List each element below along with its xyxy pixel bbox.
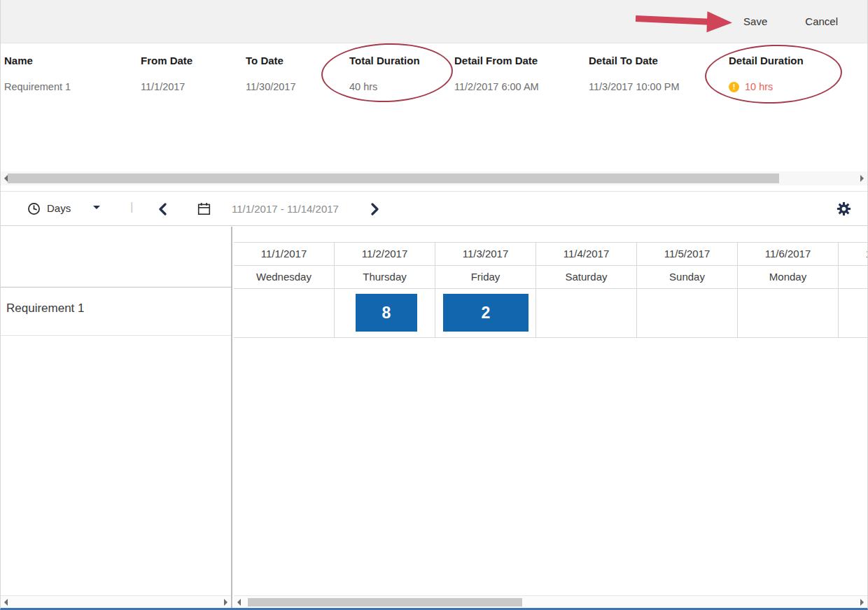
- scroll-right-arrow-icon[interactable]: [224, 599, 227, 606]
- resource-panel-scrollbar[interactable]: [1, 595, 231, 608]
- weekday-header: Sunday: [637, 266, 738, 288]
- cell-to-date: 11/30/2017: [246, 81, 349, 92]
- column-header-detail-from-date: Detail From Date: [454, 55, 589, 66]
- date-header: 11/1/2017: [234, 243, 335, 265]
- schedule-cell[interactable]: [637, 289, 738, 337]
- booking-block-thursday[interactable]: 8: [356, 294, 417, 332]
- toolbar-separator: |: [130, 200, 133, 214]
- cell-from-date: 11/1/2017: [141, 81, 246, 92]
- timescale-label: Days: [47, 202, 71, 214]
- timeline-toolbar: Days | 11/1/2017 - 11/14/2017: [1, 191, 867, 226]
- scrollbar-thumb[interactable]: [248, 598, 522, 607]
- schedule-cell[interactable]: [738, 289, 839, 337]
- schedule-cell[interactable]: [839, 289, 867, 337]
- schedule-cell[interactable]: 2: [435, 289, 536, 337]
- column-header-from-date: From Date: [141, 55, 246, 66]
- date-header: 11/5/2017: [637, 243, 738, 265]
- timescale-dropdown[interactable]: Days: [47, 202, 100, 214]
- booking-block-friday[interactable]: 2: [443, 294, 528, 332]
- schedule-cell[interactable]: [536, 289, 637, 337]
- scroll-left-arrow-icon[interactable]: [4, 599, 8, 606]
- annotation-ellipse-detail-duration: [704, 43, 844, 106]
- grid-horizontal-scrollbar[interactable]: [1, 171, 867, 185]
- date-header: 11/4/2017: [536, 243, 637, 265]
- detail-duration-value: 10 hrs: [745, 81, 773, 92]
- column-header-total-duration: Total Duration: [349, 55, 454, 66]
- clock-icon: [27, 202, 41, 218]
- column-header-to-date: To Date: [246, 55, 349, 66]
- calendar-grid: 11/1/2017 11/2/2017 11/3/2017 11/4/2017 …: [234, 227, 867, 608]
- scroll-left-arrow-icon[interactable]: [237, 599, 241, 606]
- date-header: 11/7/2017: [839, 243, 867, 265]
- resource-panel: Requirement 1: [1, 227, 232, 608]
- scroll-right-arrow-icon[interactable]: [860, 599, 864, 606]
- date-range-label: 11/1/2017 - 11/14/2017: [232, 203, 339, 215]
- cell-detail-from-date: 11/2/2017 6:00 AM: [454, 81, 589, 92]
- weekday-header: Wednesday: [234, 266, 335, 288]
- cell-detail-to-date: 11/3/2017 10:00 PM: [589, 81, 729, 92]
- previous-period-button[interactable]: [158, 203, 168, 218]
- top-toolbar: Save Cancel: [1, 0, 867, 43]
- column-header-detail-to-date: Detail To Date: [589, 55, 729, 66]
- column-header-name: Name: [4, 55, 141, 66]
- warning-icon: [729, 82, 739, 92]
- annotation-ellipse-total-duration: [321, 41, 454, 105]
- cell-total-duration: 40 hrs: [349, 81, 454, 92]
- scroll-right-arrow-icon[interactable]: [860, 175, 864, 182]
- gear-icon[interactable]: [836, 201, 852, 220]
- date-header: 11/2/2017: [335, 243, 435, 265]
- calendar-horizontal-scrollbar[interactable]: [234, 595, 867, 608]
- cancel-button[interactable]: Cancel: [805, 15, 838, 27]
- cell-detail-duration: 10 hrs: [729, 81, 867, 92]
- schedule-cell[interactable]: [234, 289, 335, 337]
- calendar-columns: 11/1/2017 11/2/2017 11/3/2017 11/4/2017 …: [234, 242, 867, 338]
- schedule-row: 8 2: [234, 289, 867, 338]
- cell-name: Requirement 1: [4, 81, 141, 92]
- column-header-detail-duration: Detail Duration: [729, 55, 867, 66]
- weekday-header-row: Wednesday Thursday Friday Saturday Sunda…: [234, 266, 867, 289]
- save-button[interactable]: Save: [743, 15, 767, 27]
- requirement-row[interactable]: Requirement 1 11/1/2017 11/30/2017 40 hr…: [1, 81, 867, 92]
- date-header: 11/3/2017: [435, 243, 536, 265]
- weekday-header: Saturday: [536, 266, 637, 288]
- calendar-icon[interactable]: [197, 202, 211, 218]
- resource-row-requirement-1[interactable]: Requirement 1: [1, 287, 231, 336]
- weekday-header: Friday: [435, 266, 536, 288]
- scrollbar-thumb[interactable]: [8, 173, 779, 183]
- grid-header: Name From Date To Date Total Duration De…: [1, 55, 867, 66]
- scheduling-window: Save Cancel Name From Date To Date Total…: [0, 0, 868, 610]
- schedule-cell[interactable]: 8: [335, 289, 435, 337]
- date-header-row: 11/1/2017 11/2/2017 11/3/2017 11/4/2017 …: [234, 242, 867, 266]
- date-header: 11/6/2017: [738, 243, 839, 265]
- weekday-header: Tuesday: [839, 266, 867, 288]
- weekday-header: Thursday: [335, 266, 435, 288]
- next-period-button[interactable]: [370, 203, 380, 218]
- weekday-header: Monday: [738, 266, 839, 288]
- chevron-down-icon: [93, 206, 100, 213]
